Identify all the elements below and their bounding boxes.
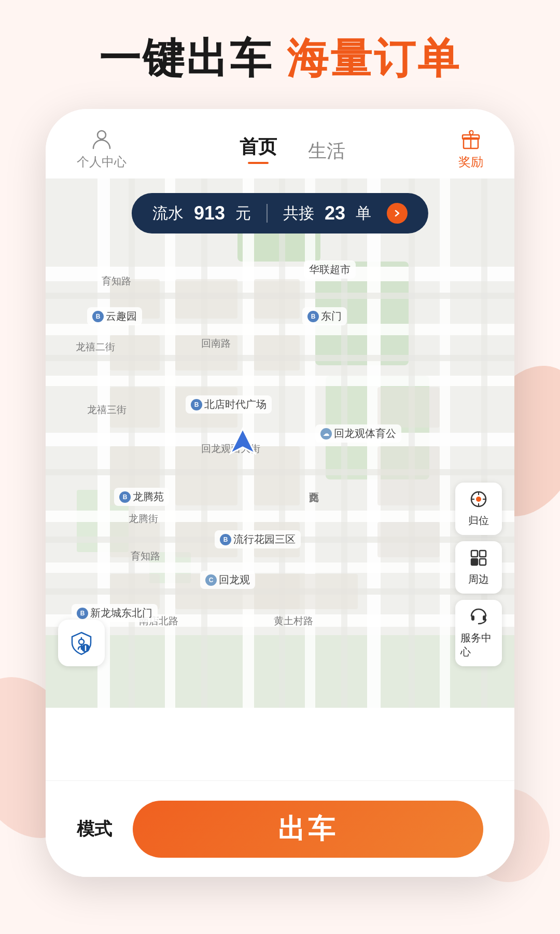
zhoubian-label: 周边: [468, 572, 489, 586]
map-label-longfu3: 龙禧三街: [87, 403, 127, 417]
map-label-huinan: 回南路: [201, 337, 231, 350]
svg-rect-66: [471, 615, 474, 621]
map-label-huangtu: 黄土村路: [274, 614, 313, 628]
svg-rect-51: [254, 574, 358, 609]
poi-icon-huilongGuan: C: [205, 574, 217, 586]
reward-icon: [459, 128, 482, 150]
svg-point-0: [97, 131, 106, 139]
map-buttons: 归位 周边: [455, 483, 502, 666]
poi-icon-huilong-sports: ☁: [320, 428, 332, 439]
poi-dongmen: B 东门: [302, 307, 347, 325]
poi-popular-garden: B 流行花园三区: [215, 530, 301, 548]
poi-icon-yunqu: B: [92, 311, 104, 322]
svg-rect-54: [377, 522, 440, 557]
svg-rect-53: [377, 446, 440, 505]
stats-label1: 流水: [152, 203, 184, 224]
nav-tabs: 首页 生活: [240, 134, 345, 164]
svg-rect-65: [480, 559, 486, 565]
go-button[interactable]: 出车: [133, 801, 483, 858]
zhoubian-button[interactable]: 周边: [455, 541, 502, 594]
top-nav: 个人中心 首页 生活 奖励: [46, 109, 514, 178]
poi-longtengyuan: B 龙腾苑: [114, 488, 169, 506]
nav-profile[interactable]: 个人中心: [77, 128, 127, 170]
poi-yunqu: B 云趣园: [87, 307, 142, 325]
svg-rect-45: [254, 446, 300, 505]
profile-icon: [90, 128, 113, 150]
svg-point-72: [85, 650, 87, 651]
map-label-longteng-st: 龙腾街: [129, 512, 158, 526]
poi-icon-north-shop: B: [191, 399, 202, 410]
svg-rect-38: [110, 335, 160, 370]
map-navigation-arrow: [229, 427, 256, 460]
guiwei-button[interactable]: 归位: [455, 483, 502, 535]
svg-rect-37: [254, 279, 300, 319]
stats-arrow[interactable]: [387, 203, 408, 224]
stats-unit2: 单: [356, 203, 371, 224]
stats-orders: 23: [325, 202, 345, 224]
map-label-longfu2: 龙禧二街: [76, 340, 115, 354]
poi-icon-popular-garden: B: [220, 534, 231, 545]
poi-huilong-sports: ☁ 回龙观体育公: [315, 424, 401, 443]
shield-button[interactable]: [58, 620, 105, 666]
guiwei-label: 归位: [468, 514, 489, 528]
svg-marker-55: [230, 429, 255, 454]
svg-rect-36: [175, 279, 237, 319]
svg-rect-29: [129, 178, 135, 708]
stats-label2: 共接: [283, 203, 314, 224]
svg-point-57: [476, 497, 481, 502]
svg-rect-21: [305, 178, 315, 708]
svg-rect-32: [341, 178, 347, 708]
svg-rect-22: [367, 178, 381, 708]
hero-part1: 一键出车: [99, 35, 273, 81]
svg-rect-19: [165, 178, 175, 708]
tab-home[interactable]: 首页: [240, 134, 277, 164]
svg-rect-33: [409, 178, 415, 708]
poi-icon-longtengyuan: B: [119, 491, 131, 503]
svg-point-68: [79, 639, 84, 644]
reward-label: 奖励: [458, 154, 483, 170]
poi-icon-xinlong: B: [77, 608, 88, 619]
svg-rect-62: [471, 551, 478, 557]
service-label: 服务中心: [460, 631, 497, 659]
go-button-label: 出车: [278, 811, 338, 847]
mode-label[interactable]: 模式: [77, 817, 112, 841]
stats-divider: [267, 204, 268, 223]
bottom-bar: 模式 出车: [46, 780, 514, 877]
guiwei-icon: [469, 490, 488, 511]
profile-label: 个人中心: [77, 154, 127, 170]
svg-rect-40: [254, 335, 300, 370]
svg-rect-31: [279, 178, 285, 708]
svg-rect-23: [440, 178, 450, 708]
poi-hualian: 华联超市: [304, 260, 356, 279]
poi-north-shop: B 北店时代广场: [186, 395, 272, 414]
map-area: 流水 913 元 共接 23 单 育知路 龙禧二街 龙禧三街 回南路 回龙观西大…: [46, 178, 514, 708]
map-label-yuzhi2: 育知路: [131, 550, 160, 563]
stats-banner[interactable]: 流水 913 元 共接 23 单: [132, 193, 428, 233]
phone-frame: 个人中心 首页 生活 奖励: [46, 109, 514, 877]
nav-reward[interactable]: 奖励: [458, 128, 483, 170]
service-icon: [469, 607, 488, 628]
svg-rect-52: [377, 387, 440, 428]
svg-rect-63: [480, 551, 486, 557]
stats-amount: 913: [194, 202, 225, 224]
service-button[interactable]: 服务中心: [455, 600, 502, 666]
tab-life[interactable]: 生活: [308, 139, 345, 164]
svg-rect-64: [471, 559, 478, 565]
zhoubian-icon: [469, 548, 488, 569]
stats-unit1: 元: [235, 203, 251, 224]
poi-huilongGuan: C 回龙观: [200, 571, 255, 589]
map-label-yuzhi: 育知路: [102, 274, 131, 288]
hero-part2: 海量订单: [287, 35, 461, 81]
hero-title: 一键出车 海量订单: [0, 31, 560, 87]
poi-icon-dongmen: B: [307, 311, 319, 322]
